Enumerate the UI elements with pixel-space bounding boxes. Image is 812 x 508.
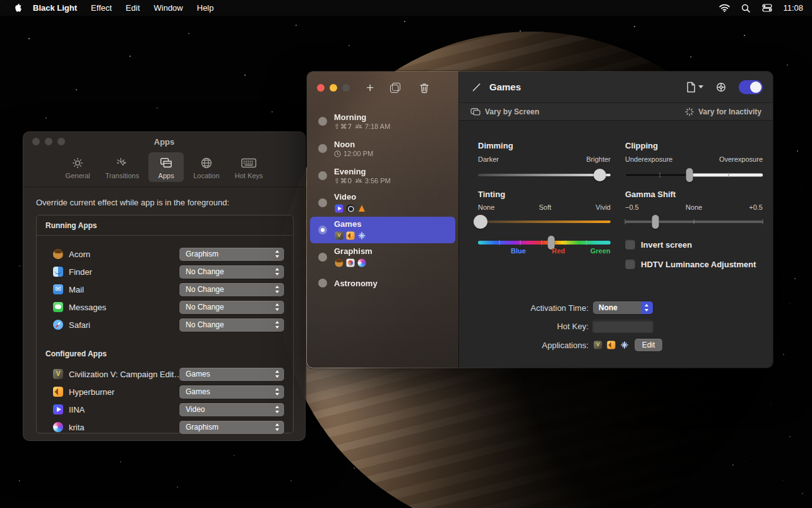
rename-preset-button[interactable] [472, 82, 482, 92]
effect-popup-iina[interactable]: Video [179, 403, 284, 416]
globe-icon [200, 156, 213, 170]
preset-item-noon[interactable]: Noon 12:00 PM [310, 135, 455, 162]
iina-app-icon [53, 404, 63, 414]
dimming-slider[interactable] [478, 169, 611, 181]
gamma-max-label: +0.5 [749, 203, 763, 211]
tab-general[interactable]: General [60, 152, 96, 182]
effect-popup-civilization[interactable]: Games [179, 368, 284, 381]
preset-radio[interactable] [318, 279, 327, 287]
menu-app-name[interactable]: Black Light [28, 3, 84, 13]
gamma-min-label: −0.5 [625, 203, 639, 211]
edit-applications-button[interactable]: Edit [635, 339, 662, 351]
hyperburner-app-icon [607, 341, 615, 349]
chevron-up-down-icon [275, 285, 280, 294]
menu-effect[interactable]: Effect [84, 3, 119, 13]
clipping-slider-thumb[interactable] [686, 168, 693, 182]
preset-file-button[interactable] [686, 82, 703, 93]
preset-radio[interactable] [318, 117, 327, 126]
popup-value: No Change [186, 303, 275, 311]
hyperburner-app-icon [346, 231, 354, 239]
clock-icon [334, 150, 341, 157]
main-window-titlebar[interactable]: + [307, 71, 458, 104]
tinting-intensity-slider[interactable] [478, 215, 611, 228]
preset-item-astronomy[interactable]: Astronomy [310, 274, 455, 293]
invert-screen-label: Invert screen [641, 240, 692, 250]
chevron-up-down-icon [275, 423, 280, 432]
detail-body: Dimming Darker Brighter Clipping Underex… [459, 121, 773, 368]
close-button[interactable] [317, 84, 325, 92]
apple-menu[interactable] [8, 3, 28, 13]
apps-group-box: Running Apps Acorn Graphism Finder No Ch… [36, 215, 294, 433]
preset-item-graphism[interactable]: Graphism [310, 244, 455, 270]
hue-blue-label: Blue [511, 247, 526, 255]
tab-apps[interactable]: Apps [148, 152, 184, 182]
tab-hot-keys[interactable]: Hot Keys [229, 152, 269, 182]
tab-transitions[interactable]: Transitions [100, 152, 145, 182]
preset-item-morning[interactable]: Morning ⇧⌘7 7:18 AM [310, 108, 455, 135]
effect-popup-safari[interactable]: No Change [179, 318, 284, 332]
tab-label: Apps [158, 172, 174, 179]
search-icon[interactable] [737, 4, 754, 13]
popup-value: Games [186, 370, 275, 378]
tab-location[interactable]: Location [188, 152, 225, 182]
menu-edit[interactable]: Edit [119, 3, 146, 13]
preset-shortcut: ⇧⌘0 [334, 177, 352, 185]
dimming-heading: Dimming [478, 141, 513, 150]
effect-popup-hyperburner[interactable]: Games [179, 385, 284, 399]
menu-help[interactable]: Help [190, 3, 221, 13]
effect-popup-mail[interactable]: No Change [179, 283, 284, 296]
preset-name: Evening [334, 167, 391, 176]
hot-key-input[interactable] [593, 320, 653, 332]
preset-radio[interactable] [318, 253, 327, 262]
override-description: Override current effect while app is in … [23, 188, 305, 215]
mail-app-icon [53, 284, 63, 294]
effect-popup-messages[interactable]: No Change [179, 301, 284, 314]
menu-window[interactable]: Window [147, 3, 190, 13]
preset-radio-selected[interactable] [318, 226, 327, 234]
app-row-hyperburner: Hyperburner Games [53, 385, 284, 399]
invert-screen-checkbox[interactable] [625, 239, 635, 250]
app-row-mail: Mail No Change [53, 282, 284, 296]
control-center-icon[interactable] [759, 4, 775, 12]
wifi-icon[interactable] [716, 4, 732, 12]
preset-item-video[interactable]: Video [310, 190, 455, 216]
app-name: Finder [69, 267, 92, 277]
preset-shortcut: ⇧⌘7 [334, 123, 352, 131]
tab-label: Transitions [105, 172, 139, 179]
hyperburner-app-icon [53, 387, 63, 397]
iina-app-icon [335, 204, 343, 212]
minimize-button[interactable] [330, 84, 337, 92]
preset-item-games[interactable]: Games [310, 217, 455, 243]
vary-for-inactivity-button[interactable]: Vary for Inactivity [685, 107, 761, 116]
tinting-slider-thumb[interactable] [474, 215, 487, 229]
preset-radio[interactable] [318, 171, 327, 180]
preset-enabled-toggle[interactable] [739, 80, 763, 94]
menu-bar-clock[interactable]: 11:08 [780, 3, 803, 13]
app-row-iina: IINA Video [53, 402, 284, 416]
preset-radio[interactable] [318, 198, 327, 207]
app-name: Civilization V: Campaign Edit… [69, 370, 182, 379]
preset-settings-button[interactable] [715, 81, 727, 94]
sunrise-icon [355, 123, 362, 130]
app-name: Messages [69, 303, 106, 312]
effect-popup-acorn[interactable]: Graphism [179, 248, 284, 261]
preset-radio[interactable] [318, 144, 327, 153]
chevron-up-down-icon [275, 267, 280, 276]
duplicate-preset-button[interactable] [390, 83, 400, 93]
delete-preset-button[interactable] [419, 83, 429, 94]
dimming-slider-thumb[interactable] [594, 169, 606, 181]
apps-window-titlebar[interactable]: Apps [23, 132, 305, 151]
hot-key-label: Hot Key: [494, 322, 588, 331]
hdtv-checkbox[interactable] [625, 259, 635, 269]
effect-popup-krita[interactable]: Graphism [179, 421, 284, 434]
gamma-shift-slider[interactable] [625, 215, 763, 228]
preset-item-evening[interactable]: Evening ⇧⌘0 3:56 PM [310, 162, 455, 189]
effect-popup-finder[interactable]: No Change [179, 265, 284, 279]
preset-name: Games [334, 219, 367, 229]
invert-screen-row: Invert screen [625, 239, 692, 250]
activation-time-popup[interactable]: None [593, 301, 653, 314]
gamma-slider-thumb[interactable] [652, 215, 659, 229]
add-preset-button[interactable]: + [366, 82, 374, 94]
clipping-slider[interactable] [625, 169, 763, 181]
vary-by-screen-button[interactable]: Vary by Screen [470, 107, 539, 116]
